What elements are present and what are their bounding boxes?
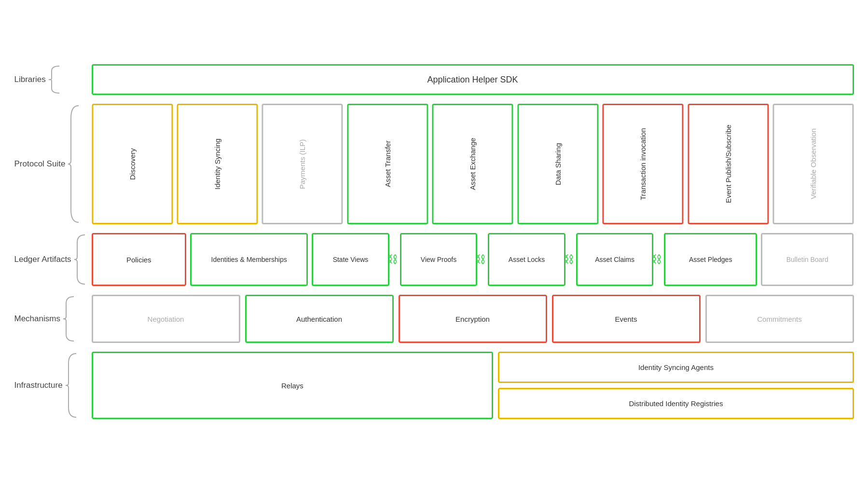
- libraries-label: Libraries: [14, 75, 46, 84]
- mechanisms-content: Negotiation Authentication Encryption Ev…: [92, 295, 854, 343]
- data-sharing-box: Data Sharing: [517, 104, 598, 224]
- asset-pledges-box: Asset Pledges: [664, 233, 757, 286]
- asset-claims-group: Asset Claims ⛓: [576, 233, 661, 286]
- asset-locks-box: Asset Locks: [488, 233, 565, 286]
- infrastructure-label: Infrastructure: [14, 381, 63, 390]
- authentication-box: Authentication: [245, 295, 394, 343]
- mechanisms-label: Mechanisms: [14, 314, 60, 324]
- encryption-box: Encryption: [399, 295, 547, 343]
- state-views-box: State Views: [312, 233, 389, 286]
- commitments-box: Commitments: [705, 295, 854, 343]
- infra-right-column: Identity Syncing Agents Distributed Iden…: [498, 352, 854, 419]
- mechanisms-brace-icon: [62, 295, 76, 343]
- identities-memberships-box: Identities & Memberships: [190, 233, 308, 286]
- bulletin-board-box: Bulletin Board: [761, 233, 854, 286]
- asset-transfer-box: Asset Transfer: [347, 104, 428, 224]
- identity-syncing-agents-box: Identity Syncing Agents: [498, 352, 854, 383]
- verifiable-observation-box: Verifiable Observation: [772, 104, 854, 224]
- libraries-row: Libraries Application Helper SDK: [14, 64, 854, 95]
- event-publish-subscribe-box: Event Publish/Subscribe: [688, 104, 769, 224]
- mechanisms-row: Mechanisms Negotiation Authentication En…: [14, 295, 854, 343]
- ledger-artifacts-label: Ledger Artifacts: [14, 255, 71, 264]
- protocol-suite-label: Protocol Suite: [14, 159, 66, 169]
- relays-box: Relays: [92, 352, 494, 419]
- view-proofs-box: View Proofs: [400, 233, 478, 286]
- asset-claims-box: Asset Claims: [576, 233, 654, 286]
- ledger-artifacts-row: Ledger Artifacts Policies Identities & M…: [14, 233, 854, 286]
- protocol-suite-brace-icon: [67, 104, 81, 224]
- state-views-group: State Views ⛓: [312, 233, 396, 286]
- chain-icon-4: ⛓: [651, 254, 662, 265]
- payments-ilp-box: Payments (ILP): [262, 104, 343, 224]
- ledger-artifacts-label-container: Ledger Artifacts: [14, 233, 92, 286]
- ledger-artifacts-content: Policies Identities & Memberships State …: [92, 233, 854, 286]
- infrastructure-row: Infrastructure Relays Identity Syncing A…: [14, 352, 854, 419]
- libraries-brace-icon: [48, 65, 61, 94]
- chain-icon-2: ⛓: [475, 254, 486, 265]
- asset-exchange-box: Asset Exchange: [432, 104, 513, 224]
- diagram-container: Libraries Application Helper SDK Protoco…: [10, 55, 859, 437]
- policies-box: Policies: [92, 233, 187, 286]
- events-box: Events: [552, 295, 701, 343]
- asset-locks-group: Asset Locks ⛓: [488, 233, 572, 286]
- libraries-label-container: Libraries: [14, 64, 92, 95]
- identity-syncing-box: Identity Syncing: [177, 104, 258, 224]
- view-proofs-group: View Proofs ⛓: [400, 233, 484, 286]
- protocol-suite-label-container: Protocol Suite: [14, 104, 92, 224]
- infrastructure-label-container: Infrastructure: [14, 352, 92, 419]
- infrastructure-brace-icon: [65, 352, 78, 419]
- app-helper-sdk-box: Application Helper SDK: [92, 64, 854, 95]
- transaction-invocation-box: Transaction invocation: [602, 104, 683, 224]
- infrastructure-content: Relays Identity Syncing Agents Distribut…: [92, 352, 854, 419]
- negotiation-box: Negotiation: [92, 295, 240, 343]
- chain-icon-1: ⛓: [387, 254, 398, 265]
- protocol-suite-row: Protocol Suite Discovery Identity Syncin…: [14, 104, 854, 224]
- protocol-suite-content: Discovery Identity Syncing Payments (ILP…: [92, 104, 854, 224]
- chain-icon-3: ⛓: [564, 254, 574, 265]
- libraries-content: Application Helper SDK: [92, 64, 854, 95]
- ledger-artifacts-brace-icon: [73, 233, 87, 286]
- discovery-box: Discovery: [92, 104, 173, 224]
- distributed-identity-registries-box: Distributed Identity Registries: [498, 388, 854, 419]
- mechanisms-label-container: Mechanisms: [14, 295, 92, 343]
